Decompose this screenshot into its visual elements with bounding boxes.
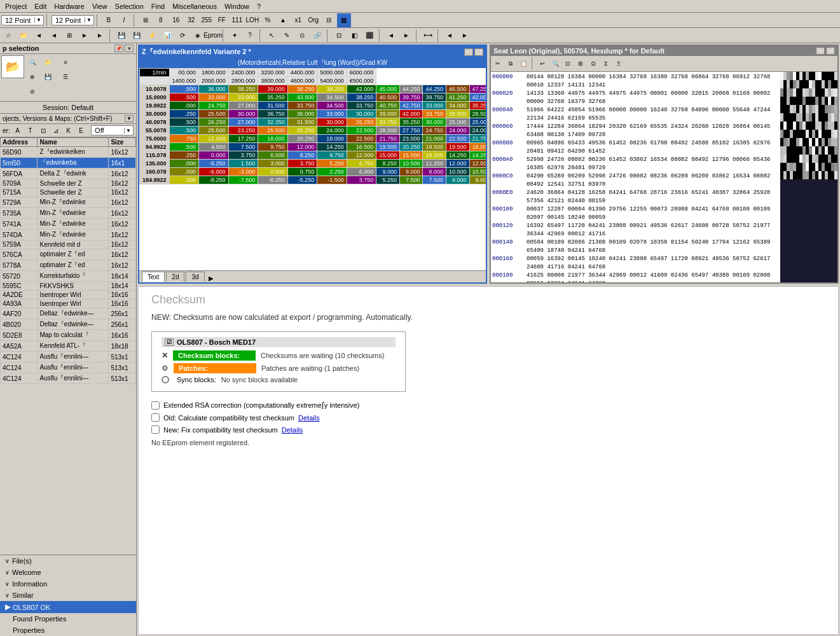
hex-paste[interactable]: 📋	[518, 59, 529, 69]
panel-pin-btn[interactable]: 📌	[114, 45, 123, 52]
chart-btn[interactable]: 📊	[160, 29, 174, 43]
win-minimize[interactable]: ─	[464, 48, 473, 56]
detail-btn[interactable]: ☰	[59, 70, 72, 84]
projects-dropdown[interactable]: ▼	[125, 115, 134, 122]
data-table-container[interactable]: 1/min 00.000 1800.000 2400.000 3200.000 …	[139, 68, 486, 270]
hex-data[interactable]: 000000 00144 00128 16384 00000 16384 327…	[491, 72, 780, 282]
details-link-1[interactable]: Details	[298, 414, 320, 422]
save3-btn[interactable]: 💾	[41, 70, 55, 84]
font-size-combo2[interactable]: 12 Point ▼	[52, 15, 94, 25]
ff-btn[interactable]: FF	[215, 13, 229, 27]
hex-minimize[interactable]: ─	[816, 47, 825, 55]
hex-col1[interactable]: ⊡	[562, 59, 574, 69]
menu-selection[interactable]: Selection	[111, 1, 148, 11]
addr-row-10[interactable]: 576CA optimaler Z『ed 16x12	[1, 249, 136, 260]
magnify-btn[interactable]: ⊕	[25, 70, 39, 84]
filter-icon3[interactable]: ⊡	[38, 125, 48, 135]
filter-combo[interactable]: Off ▼	[91, 125, 134, 135]
tab-text[interactable]: Text	[142, 272, 165, 282]
arrow-left-btn[interactable]: ◄	[384, 29, 398, 43]
nav-item-2[interactable]: ∨Information	[0, 578, 136, 590]
eprom-label-btn[interactable]: Eprom	[206, 29, 220, 43]
hex-undo[interactable]: ↩	[537, 59, 548, 69]
data-row-11[interactable]: 184.9922.500-8.250-7.500-8.250-5.250-1.5…	[140, 176, 486, 184]
hex-xi[interactable]: Ξ	[613, 59, 624, 69]
tab-3d[interactable]: 3d	[186, 272, 204, 282]
new-btn[interactable]: ☆	[1, 29, 15, 43]
addr-row-16[interactable]: 4AF20 Deltaz『edwinke— 256x1	[1, 308, 136, 319]
folder2-btn[interactable]: 📁	[41, 55, 55, 69]
hex-find[interactable]: 🔍	[549, 59, 561, 69]
save-btn[interactable]: 💾	[114, 29, 128, 43]
zoom-btn[interactable]: ⟷	[421, 29, 435, 43]
filter-icon1[interactable]: A	[13, 125, 23, 135]
num1-btn[interactable]: 8	[154, 13, 168, 27]
addr-row-1[interactable]: 5mt50 『edwinkeba 16x1	[1, 158, 136, 169]
nav4-btn[interactable]: ◈	[191, 29, 205, 43]
ecu-btn[interactable]: ⚡	[145, 29, 159, 43]
nav-item-3[interactable]: ∨Similar	[0, 590, 136, 601]
open-btn[interactable]: 📁	[17, 29, 31, 43]
details-link-2[interactable]: Details	[282, 426, 303, 434]
nav-item-5[interactable]: Found Properties	[0, 613, 136, 625]
nav-fwd2[interactable]: ►	[93, 29, 107, 43]
triple-btn[interactable]: 111	[230, 13, 244, 27]
list-btn[interactable]: ≡	[59, 55, 72, 69]
view2-btn[interactable]: ◧	[347, 29, 361, 43]
tri-btn[interactable]: ▲	[276, 13, 290, 27]
data-row-4[interactable]: 40.0078.50026.25027.00032.25031.50030.00…	[140, 118, 486, 127]
menu-view[interactable]: View	[88, 1, 111, 11]
addr-row-7[interactable]: 5741A Min-Z『edwinke 16x12	[1, 219, 136, 230]
addr-row-18[interactable]: 5D2E8 Map to calculat『 16x16	[1, 330, 136, 341]
q-btn[interactable]: ?	[243, 29, 257, 43]
addr-row-3[interactable]: 5709A Schwelle der Z 16x12	[1, 179, 136, 188]
nav-prev-btn[interactable]: ◄	[443, 29, 457, 43]
addr-row-5[interactable]: 5729A Min-Z『edwinke 16x12	[1, 197, 136, 208]
misc-btn[interactable]: ⊟	[322, 13, 336, 27]
data-row-7[interactable]: 94.9922.5004.5007.5009.75012.00014.25016…	[140, 143, 486, 151]
grid-btn[interactable]: ⊞	[139, 13, 153, 27]
italic-btn[interactable]: I	[117, 13, 131, 27]
tool3-btn[interactable]: ⊙	[295, 29, 309, 43]
nav-back[interactable]: ◄	[32, 29, 46, 43]
tool2-btn[interactable]: ✎	[280, 29, 294, 43]
arrow-right-btn[interactable]: ►	[399, 29, 413, 43]
addr-row-17[interactable]: 4B020 Deltaz『edwinke— 256x1	[1, 319, 136, 330]
org-btn[interactable]: Org	[306, 13, 320, 27]
nav-fwd[interactable]: ►	[78, 29, 92, 43]
nav-item-6[interactable]: Properties	[0, 625, 136, 636]
addr-row-13[interactable]: 5595C FKKVSHKS 18x14	[1, 282, 136, 291]
search-icon-btn[interactable]: 🔍	[25, 55, 39, 69]
filter-btn[interactable]: ⊘	[25, 85, 39, 99]
addr-row-0[interactable]: 56D90 Z『edwinkelken 16x12	[1, 147, 136, 158]
color-btn[interactable]: ▩	[337, 13, 351, 27]
hex-col3[interactable]: Ω	[588, 59, 599, 69]
nav-item-0[interactable]: ∨File(s)	[0, 555, 136, 567]
hex-copy[interactable]: ⧉	[505, 59, 516, 69]
cursor-btn[interactable]: ↖	[265, 29, 279, 43]
addr-row-12[interactable]: 55720 Korrekturfakto『 18x14	[1, 271, 136, 282]
addr-row-11[interactable]: 5778A optimaler Z『ed 16x12	[1, 260, 136, 271]
checkbox-rsa[interactable]	[151, 401, 160, 410]
tool4-btn[interactable]: 🔗	[310, 29, 324, 43]
hex-maximize[interactable]: □	[826, 47, 835, 55]
checkbox-old[interactable]	[151, 413, 160, 422]
addr-row-21[interactable]: 4C124 Ausflu『ennlini— 513x1	[1, 363, 136, 373]
data-row-1[interactable]: 15.0000.50033.00033.00035.25043.50034.50…	[140, 93, 486, 102]
menu-edit[interactable]: Edit	[31, 1, 50, 11]
bold-btn[interactable]: B	[102, 13, 116, 27]
loh-btn[interactable]: LOH	[245, 13, 259, 27]
num4-btn[interactable]: 255	[200, 13, 214, 27]
star-btn[interactable]: ✦	[228, 29, 242, 43]
view-btn[interactable]: ⊡	[332, 29, 346, 43]
menu-find[interactable]: Find	[148, 1, 169, 11]
addr-row-22[interactable]: 4C124 Ausflu『ennlini— 513x1	[1, 373, 136, 384]
menu-project[interactable]: Project	[1, 1, 31, 11]
addr-row-19[interactable]: 4A52A Kennfeld ATL-『 18x18	[1, 341, 136, 352]
menu-window[interactable]: Window	[221, 1, 253, 11]
hex-sum[interactable]: Σ	[600, 59, 612, 69]
data-row-10[interactable]: 160.078.000-6.000-3.0000.0000.7502.2506.…	[140, 168, 486, 176]
menu-miscellaneous[interactable]: Miscellaneous	[169, 1, 221, 11]
addr-row-4[interactable]: 5715A Schwelle der Z 16x12	[1, 188, 136, 197]
num3-btn[interactable]: 32	[184, 13, 198, 27]
